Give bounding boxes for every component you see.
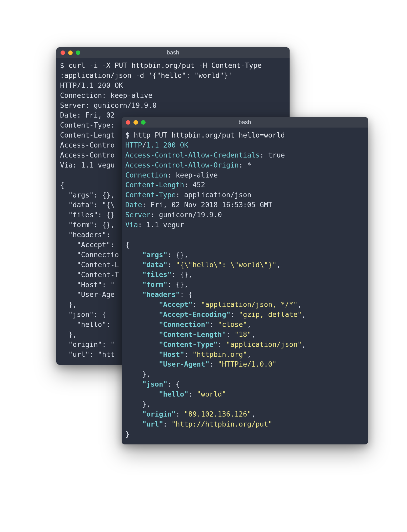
json-val: "http://httpbin.org/put" [172,420,272,428]
hdr-key: Access-Control-Allow-Credentials [125,151,260,159]
body-line: "hello": [60,320,110,328]
json-key: "Content-Length" [159,330,226,338]
hdr-val: Fri, 02 Nov 2018 16:53:05 GMT [151,201,272,209]
json-val: "close" [218,320,247,328]
header-date: Date: Fri, 02 [60,111,115,119]
json-val: "world" [197,390,226,398]
terminal-window-2: bash $ http PUT httpbin.org/put hello=wo… [122,117,368,444]
json-key: "url" [142,420,163,428]
body-line: "Content-T [60,271,119,279]
json-key: "files" [142,270,172,278]
header-connection: Connection: keep-alive [60,91,152,99]
hdr-row: Content-Type: application/json [125,191,251,199]
json-val: "application/json" [226,340,302,348]
hdr-key: Content-Length [125,181,184,189]
json-brace: } [125,430,130,438]
terminal-content-2[interactable]: $ http PUT httpbin.org/put hello=world H… [122,128,368,444]
json-val: "HTTPie/1.0.0" [218,360,276,368]
header-via: Via: 1.1 vegu [60,161,115,169]
command-line-1: curl -i -X PUT httpbin.org/put -H Conten… [68,61,262,69]
hdr-val: application/json [184,191,251,199]
hdr-val: 452 [192,181,205,189]
status-slash: / [142,141,146,149]
status-line: HTTP/1.1 200 OK [60,81,123,89]
hdr-key: Content-Type [125,191,176,199]
prompt: $ [60,61,64,69]
json-val: "18" [235,330,251,338]
header-acac: Access-Contro [60,151,115,159]
hdr-key: Via [125,221,138,229]
prompt: $ [125,131,130,139]
body-line: "Host": " [60,281,115,289]
json-key: "Accept" [159,300,193,308]
json-val: {} [176,251,184,259]
body-line: { [60,181,64,189]
json-key: "origin" [142,410,176,418]
json-val: "gzip, deflate" [239,310,302,318]
header-server: Server: gunicorn/19.9.0 [60,101,157,109]
hdr-val: keep-alive [176,171,218,179]
hdr-val: true [268,151,285,159]
command-line: http PUT httpbin.org/put hello=world [134,131,285,139]
hdr-key: Date [125,201,142,209]
body-line: "User-Age [60,290,115,298]
body-line: }, [60,300,77,308]
hdr-key: Connection [125,171,167,179]
json-key: "Content-Type" [159,340,218,348]
titlebar-2[interactable]: bash [122,117,368,128]
header-content-length: Content-Lengt [60,131,115,139]
body-line: "data": "{\ [60,201,115,209]
status-code: 200 [163,141,180,149]
status-proto: HTTP [125,141,142,149]
body-line: "origin": " [60,340,115,348]
hdr-key: Server [125,211,151,219]
json-key: "data" [142,261,167,269]
window-title-2: bash [122,119,368,126]
header-content-type: Content-Type: [60,121,115,129]
body-line: "url": "htt [60,350,115,358]
status-ver: 1.1 [146,141,163,149]
json-key: "User-Agent" [159,360,209,368]
hdr-row: Access-Control-Allow-Credentials: true [125,151,285,159]
body-line: "files": {} [60,211,115,219]
body-line: }, [60,330,77,338]
window-title-1: bash [56,49,290,56]
body-line: "args": {}, [60,191,115,199]
hdr-val: 1.1 vegur [146,221,184,229]
json-key: "hello" [159,390,188,398]
json-brace: { [125,241,130,249]
hdr-row: Access-Control-Allow-Origin: * [125,161,251,169]
json-val: "httpbin.org" [192,350,247,358]
hdr-key: Access-Control-Allow-Origin [125,161,239,169]
body-line: "form": {}, [60,221,115,229]
json-key: "Host" [159,350,184,358]
body-line: "headers": [60,231,110,239]
json-key: "Accept-Encoding" [159,310,230,318]
hdr-row: Content-Length: 452 [125,181,205,189]
hdr-val: * [247,161,251,169]
hdr-row: Via: 1.1 vegur [125,221,184,229]
json-val: {} [180,270,188,278]
body-line: "Accept": [60,241,115,249]
hdr-val: gunicorn/19.9.0 [159,211,222,219]
body-line: "Connectio [60,251,119,259]
json-val: "{\"hello\": \"world\"}" [176,261,276,269]
body-line: "Content-L [60,261,119,269]
status-ok: OK [180,141,188,149]
header-acao: Access-Contro [60,141,115,149]
json-key: "json" [142,380,167,388]
json-key: "headers" [142,290,180,298]
hdr-row: Date: Fri, 02 Nov 2018 16:53:05 GMT [125,201,272,209]
command-line-2: :application/json -d '{"hello": "world"}… [60,71,232,79]
json-val: "89.102.136.126" [184,410,251,418]
titlebar-1[interactable]: bash [56,47,290,58]
hdr-row: Connection: keep-alive [125,171,218,179]
json-key: "args" [142,251,167,259]
hdr-row: Server: gunicorn/19.9.0 [125,211,222,219]
json-key: "form" [142,280,167,288]
json-val: {} [176,280,184,288]
json-val: "application/json, */*" [201,300,297,308]
json-key: "Connection" [159,320,209,328]
body-line: "json": { [60,310,106,318]
